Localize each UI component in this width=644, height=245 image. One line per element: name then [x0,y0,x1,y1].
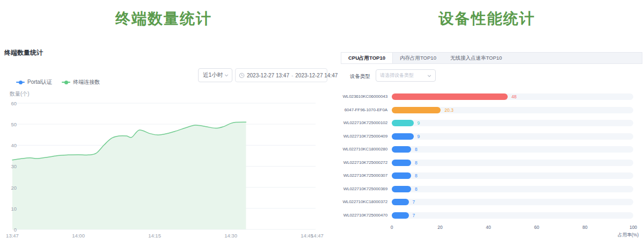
y-tick: 20 [0,185,17,191]
y-axis-label: 数量(个) [10,90,30,98]
bar [392,172,411,179]
bar-value: 8 [415,160,418,165]
bar [392,133,414,140]
date-end: 2023-12-27 14:47 [295,73,338,78]
bar [392,107,441,113]
bar [392,160,411,166]
left-page-title: 终端数量统计 [0,9,327,28]
legend-marker-icon [62,80,70,84]
y-tick: 50 [0,121,17,127]
legend-item[interactable]: Portal认证 [16,78,52,86]
tab-CPU占用TOP10[interactable]: CPU占用TOP10 [341,53,393,63]
chevron-down-icon [427,74,431,78]
x-tick: 14:15 [148,233,161,239]
time-range-select[interactable]: 近1小时 [198,68,232,82]
bar [392,212,409,219]
chart-legend: Portal认证终端连接数 [16,78,100,86]
y-tick: 0 [0,227,17,233]
legend-item[interactable]: 终端连接数 [62,78,100,86]
bar-track [392,212,633,219]
date-separator: - [291,73,293,78]
x-tick: 20 [437,225,442,230]
x-tick: 100 [630,225,637,230]
legend-label: 终端连接数 [73,78,100,86]
bar-value: 8 [415,173,418,178]
bar-category-label: 6047-FF96-1070-EF0A [323,107,387,112]
y-tick: 40 [0,142,17,148]
date-start: 2023-12-27 13:47 [247,73,289,78]
bar-value: 9 [418,134,420,139]
date-range-picker[interactable]: 2023-12-27 13:47 - 2023-12-27 14:47 [235,68,327,82]
x-tick: 14:30 [224,233,237,239]
bar-track [392,120,633,126]
bar-track [392,186,633,192]
bar-category-label: WL022710K725000307 [323,173,387,178]
bar-track [392,172,633,179]
x-tick: 14:47 [311,233,324,239]
clock-icon [239,73,245,78]
time-range-value: 近1小时 [203,71,223,79]
bar-value: 48 [511,94,516,99]
bar-value: 8 [415,147,418,152]
terminal-trend-chart [11,100,321,236]
bar-category-label: WL022710K725000470 [323,213,387,218]
x-tick: 60 [534,225,539,230]
bar-category-label: WL022710K725000102 [323,120,387,125]
chevron-down-icon [224,73,229,77]
right-page-title: 设备性能统计 [333,9,641,28]
performance-tabs: CPU占用TOP10内存占用TOP10无线接入点速率TOP10 [341,52,642,64]
bar-value: 8 [415,186,418,192]
device-type-label: 设备类型 [350,73,370,80]
bar-value: 7 [413,199,415,205]
bar-track [392,133,633,140]
x-tick: 80 [582,225,587,230]
legend-marker-icon [16,80,25,84]
left-section-title: 终端数量统计 [4,48,43,57]
x-tick: 14:00 [72,233,85,239]
x-tick: 40 [486,225,491,230]
bar-value: 9 [418,120,420,126]
device-type-placeholder: 请选择设备类型 [380,72,414,79]
x-tick: 13:47 [6,233,19,239]
bar-category-label: WL022710KC18000372 [323,199,387,204]
bar-track [392,146,633,153]
bar-category-label: WL023610KC06000043 [323,94,387,99]
bar [392,146,411,153]
dashboard: 终端数量统计 终端数量统计 近1小时 2023-12-27 13:47 - 20… [0,0,644,245]
bar-category-label: WL022710KC18000280 [323,147,387,152]
x-axis-label: 占用率(%) [612,232,639,239]
bar-category-label: WL022710K725000272 [323,160,387,165]
bar [392,199,409,205]
bar [392,93,508,100]
bar-value: 7 [413,213,415,218]
bar [392,186,411,192]
x-tick: 0 [391,225,393,230]
bar [392,120,414,126]
tab-内存占用TOP10[interactable]: 内存占用TOP10 [393,53,443,63]
bar-category-label: WL022710K725000409 [323,134,387,139]
bar-value: 20.3 [444,107,453,113]
device-type-select[interactable]: 请选择设备类型 [376,69,436,82]
bar-track [392,160,633,166]
tab-无线接入点速率TOP10[interactable]: 无线接入点速率TOP10 [443,53,509,63]
y-tick: 10 [0,206,17,212]
bar-track [392,199,633,205]
y-tick: 30 [0,163,17,169]
y-tick: 60 [0,100,17,106]
bar-category-label: WL022710K725000369 [323,186,387,191]
legend-label: Portal认证 [27,78,52,86]
